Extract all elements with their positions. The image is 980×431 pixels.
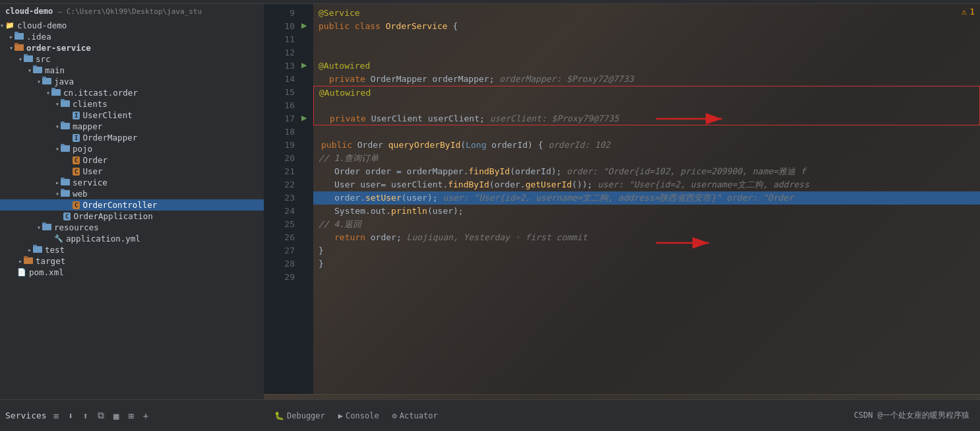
bottom-icon-2[interactable]: ⬇	[65, 409, 76, 422]
gutter-arrow-icon: ▶	[301, 20, 307, 30]
tree-item-target[interactable]: ▸target	[0, 255, 264, 267]
tree-item-OrderMapper[interactable]: IOrderMapper	[0, 132, 264, 143]
tree-item-application.yml[interactable]: 🔧application.yml	[0, 233, 264, 244]
svg-rect-1	[15, 32, 18, 34]
tree-item-test[interactable]: ▸test	[0, 244, 264, 255]
line-number-23: 23	[264, 191, 295, 205]
tree-item-label: User	[82, 166, 102, 176]
tree-item-order-service[interactable]: ▾order-service	[0, 42, 264, 53]
line-number-24: 24	[264, 205, 295, 218]
tree-item-Order[interactable]: COrder	[0, 154, 264, 166]
line-number-9: 9	[264, 7, 295, 20]
actuator-icon: ⚙	[392, 411, 397, 420]
main-area: cloud-demo – C:\Users\Qkl99\Desktop\java…	[0, 4, 980, 399]
svg-rect-15	[61, 121, 65, 123]
line-number-17: 17	[264, 112, 295, 125]
code-hint: orderMapper: $Proxy72@7733	[494, 74, 633, 84]
code-line-13: @Autowired	[313, 59, 980, 73]
tree-item-resources[interactable]: ▾resources	[0, 222, 264, 233]
services-label: Services	[5, 411, 47, 420]
line-number-14: 14	[264, 73, 295, 86]
tree-item-UserClient[interactable]: IUserClient	[0, 110, 264, 121]
svg-rect-18	[61, 179, 70, 185]
tree-item-cloud-demo[interactable]: ▾📁cloud-demo	[0, 20, 264, 31]
code-line-24: System.out.println(user);	[313, 205, 980, 218]
bottom-icon-5[interactable]: ▦	[111, 409, 121, 422]
line-number-18: 18	[264, 125, 295, 139]
chevron-icon: ▾	[28, 67, 32, 74]
tree-item-idea[interactable]: ▸.idea	[0, 31, 264, 42]
folder-blue-icon	[33, 245, 42, 255]
tree-item-label: OrderController	[82, 200, 157, 210]
code-line-26: return order; Luojiquan, Yesterday · fir…	[313, 231, 980, 244]
folder-blue-icon	[24, 54, 33, 64]
tree-item-cn-itcast-order[interactable]: ▾cn.itcast.order	[0, 87, 264, 98]
code-scrollbar[interactable]	[264, 394, 980, 399]
code-line-28: }	[313, 257, 980, 271]
tree-item-main[interactable]: ▾main	[0, 65, 264, 76]
line-number-27: 27	[264, 244, 295, 257]
folder-blue-icon	[61, 121, 70, 131]
line-number-15: 15	[264, 86, 295, 99]
svg-rect-25	[33, 245, 37, 247]
sidebar-header: cloud-demo – C:\Users\Qkl99\Desktop\java…	[0, 4, 264, 18]
code-line-14: private OrderMapper orderMapper; orderMa…	[313, 73, 980, 86]
code-line-29	[313, 271, 980, 284]
bottom-icon-add[interactable]: +	[140, 409, 151, 422]
tree-item-label: pojo	[73, 144, 92, 154]
chevron-icon: ▾	[46, 89, 50, 96]
code-hint: order: "Order{id=102, price=209900, name…	[561, 166, 805, 176]
tab-actuator[interactable]: ⚙ Actuator	[387, 409, 443, 423]
tree-item-label: web	[73, 189, 88, 199]
services-panel: Services ≡ ⬇ ⬆ ⧉ ▦ ⊞ +	[0, 409, 264, 422]
tree-item-web[interactable]: ▾web	[0, 188, 264, 199]
chevron-icon: ▾	[9, 44, 13, 51]
tree-item-label: application.yml	[66, 234, 140, 244]
tree-item-pom.xml[interactable]: 📄pom.xml	[0, 267, 264, 278]
folder-orange-icon	[15, 43, 24, 53]
line-number-11: 11	[264, 33, 295, 46]
svg-rect-10	[51, 89, 61, 96]
chevron-icon: ▸	[18, 257, 22, 265]
line-numbers: 9101112131415161718192021222324252627282…	[264, 4, 300, 394]
tab-debugger[interactable]: 🐛 Debugger	[269, 409, 330, 423]
tree-item-clients[interactable]: ▾clients	[0, 98, 264, 110]
tab-console[interactable]: ▶ Console	[333, 409, 384, 423]
bottom-icon-6[interactable]: ⊞	[125, 409, 136, 422]
svg-rect-26	[24, 257, 33, 264]
code-hint: Luojiquan, Yesterday · first commit	[402, 232, 588, 242]
svg-rect-3	[15, 43, 18, 45]
bottom-icon-4[interactable]: ⧉	[95, 409, 107, 422]
tree-item-OrderApplication[interactable]: COrderApplication	[0, 211, 264, 222]
line-number-29: 29	[264, 271, 295, 284]
code-line-21: Order order = orderMapper.findById(order…	[313, 165, 980, 178]
chevron-icon: ▾	[55, 145, 59, 152]
bottom-icon-1[interactable]: ≡	[51, 409, 61, 422]
project-path-text: C:\Users\Qkl99\Desktop\java_stu	[67, 7, 202, 16]
code-hint: user: "User{id=2, username=文二狗, address=…	[438, 193, 794, 203]
svg-rect-22	[42, 224, 51, 230]
code-line-15: @Autowired	[313, 86, 980, 99]
code-line-17: private UserClient userClient; userClien…	[313, 112, 980, 125]
tree-item-pojo[interactable]: ▾pojo	[0, 143, 264, 154]
tree-item-src[interactable]: ▾src	[0, 53, 264, 65]
file-tree[interactable]: ▾📁cloud-demo▸.idea▾order-service▾src▾mai…	[0, 18, 264, 399]
svg-rect-8	[42, 78, 51, 84]
tree-item-OrderController[interactable]: COrderController	[0, 199, 264, 211]
svg-rect-0	[15, 33, 24, 40]
tree-item-service[interactable]: ▸service	[0, 177, 264, 188]
chevron-icon: ▾	[37, 224, 41, 231]
line-number-20: 20	[264, 152, 295, 165]
line-number-25: 25	[264, 218, 295, 231]
class-blue-icon: C	[63, 212, 71, 220]
tree-item-label: OrderApplication	[73, 211, 152, 221]
tree-item-mapper[interactable]: ▾mapper	[0, 121, 264, 132]
line-number-13: 13	[264, 59, 295, 73]
tree-item-java[interactable]: ▾java	[0, 76, 264, 87]
bottom-icon-3[interactable]: ⬆	[80, 409, 91, 422]
tree-item-label: main	[45, 65, 65, 75]
code-line-25: // 4.返回	[313, 218, 980, 231]
folder-blue-icon	[42, 77, 51, 86]
tree-item-User[interactable]: CUser	[0, 166, 264, 177]
code-lines[interactable]: @Servicepublic class OrderService { @Aut…	[313, 4, 980, 394]
